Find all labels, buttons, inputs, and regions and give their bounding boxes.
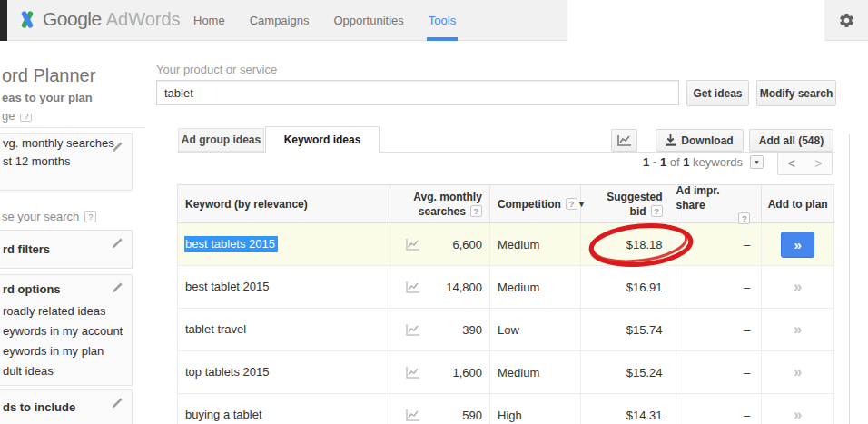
tab-ad-group-ideas[interactable]: Ad group ideas (178, 128, 264, 152)
header-competition[interactable]: Competition? ▼ (490, 185, 581, 222)
date-range-line2: st 12 months (3, 153, 132, 171)
searches-value: 1,600 (452, 366, 482, 380)
add-to-plan-button[interactable]: » (794, 407, 802, 423)
searches-cell: 590 (390, 394, 490, 424)
add-to-plan-cell: » (762, 309, 833, 350)
keyword-cell-text[interactable]: top tablets 2015 (184, 364, 272, 380)
searches-value: 590 (462, 409, 482, 422)
searches-cell: 14,800 (390, 266, 490, 308)
searches-value: 6,600 (452, 238, 482, 251)
table-row: tablet travel 390 Low $15.74 – » (178, 309, 833, 351)
trend-icon[interactable] (406, 366, 420, 379)
keyword-cell-text[interactable]: buying a tablet (184, 407, 265, 423)
searches-value: 14,800 (446, 281, 482, 294)
trend-icon[interactable] (406, 238, 420, 251)
header-add-to-plan: Add to plan (762, 185, 833, 222)
download-label: Download (681, 134, 733, 147)
add-to-plan-button[interactable]: » (794, 279, 802, 295)
add-to-plan-button[interactable]: » (781, 232, 814, 258)
previous-page-button[interactable]: < (778, 153, 805, 174)
gear-icon[interactable] (838, 12, 855, 29)
edit-pencil-icon[interactable] (111, 397, 123, 409)
trend-icon[interactable] (406, 281, 420, 293)
competition-value: Medium (498, 238, 539, 251)
table-row: best tablet 2015 14,800 Medium $16.91 – … (178, 266, 833, 309)
keyword-cell[interactable]: top tablets 2015 (178, 351, 390, 393)
keyword-cell[interactable]: best tablets 2015 (178, 223, 390, 265)
add-to-plan-cell: » (762, 266, 833, 308)
competition-cell: Low (490, 309, 581, 350)
trend-icon[interactable] (406, 409, 420, 421)
keyword-cell-text[interactable]: best tablet 2015 (184, 279, 272, 295)
keyword-ideas-table: Keyword (by relevance) Avg. monthly sear… (177, 184, 834, 424)
modify-search-button[interactable]: Modify search (756, 80, 836, 106)
trend-chart-button[interactable] (611, 129, 637, 152)
sidebar-divider (0, 127, 145, 128)
option-keywords-in-plan: eywords in my plan (3, 341, 132, 361)
competition-value: Medium (498, 281, 539, 294)
nav-item-home[interactable]: Home (193, 0, 225, 41)
suggested-bid-cell: $15.24 (581, 351, 676, 393)
suggested-bid-cell: $18.18 (581, 223, 676, 265)
add-to-plan-button[interactable]: » (794, 364, 802, 380)
adwords-logo-icon (18, 10, 36, 29)
keyword-cell[interactable]: best tablet 2015 (178, 266, 390, 308)
header-keyword[interactable]: Keyword (by relevance) (178, 185, 390, 222)
competition-cell: High (490, 394, 581, 424)
keyword-cell[interactable]: buying a tablet (178, 394, 390, 424)
product-service-input[interactable] (156, 80, 679, 105)
product-service-label: Your product or service (156, 63, 277, 76)
option-keywords-in-account: eywords in my account (3, 321, 132, 341)
keyword-cell-text[interactable]: best tablets 2015 (184, 236, 278, 252)
ad-impr-share-cell: – (676, 266, 763, 308)
header-suggested-bid[interactable]: Suggested bid? (581, 185, 676, 222)
bid-value: $15.74 (626, 323, 663, 337)
add-to-plan-button[interactable]: » (794, 321, 802, 338)
competition-value: Medium (498, 366, 539, 380)
competition-value: Low (498, 323, 519, 337)
nav-item-tools[interactable]: Tools (429, 0, 456, 41)
suggested-bid-cell: $15.74 (581, 309, 676, 350)
bid-value: $14.31 (626, 409, 663, 422)
sidebar-title: ord Planner (2, 65, 95, 86)
add-to-plan-cell: » (762, 223, 833, 265)
keyword-cell[interactable]: tablet travel (178, 309, 390, 350)
ad-impr-share-cell: – (676, 309, 763, 350)
help-icon[interactable]: ? (84, 211, 96, 222)
customize-search-label: se your search ? (2, 210, 96, 223)
header-avg-monthly-searches[interactable]: Avg. monthly searches? (390, 185, 490, 222)
edit-pencil-icon[interactable] (111, 237, 123, 250)
help-icon[interactable]: ? (566, 198, 577, 210)
add-all-button[interactable]: Add all (548) (749, 129, 833, 152)
table-header-row: Keyword (by relevance) Avg. monthly sear… (177, 184, 834, 223)
download-icon (666, 134, 676, 146)
get-ideas-button[interactable]: Get ideas (686, 80, 749, 106)
keyword-cell-text[interactable]: tablet travel (184, 321, 249, 338)
header-ad-impr-share[interactable]: Ad impr. share ? (676, 185, 763, 222)
browser-edge-strip (0, 0, 7, 41)
trend-icon[interactable] (406, 323, 420, 336)
keywords-to-include-card: ds to include (0, 389, 133, 424)
competition-cell: Medium (490, 223, 581, 265)
nav-item-opportunities[interactable]: Opportunities (333, 0, 403, 41)
table-row: buying a tablet 590 High $14.31 – » (178, 394, 833, 424)
help-icon[interactable]: ? (20, 114, 32, 122)
tab-keyword-ideas[interactable]: Keyword ideas (265, 126, 380, 153)
option-broadly-related: roadly related ideas (3, 301, 132, 321)
edit-pencil-icon[interactable] (111, 141, 123, 153)
searches-cell: 6,600 (390, 223, 490, 265)
content-right-rule (849, 134, 850, 424)
page-size-dropdown[interactable]: ▼ (750, 155, 764, 169)
sidebar-clipped-section: ge ? (2, 114, 32, 126)
adwords-logo[interactable]: Google AdWords (18, 8, 181, 30)
download-button[interactable]: Download (656, 129, 744, 152)
edit-pencil-icon[interactable] (111, 281, 123, 294)
adwords-keyword-planner-screen: Google AdWords Home Campaigns Opportunit… (0, 0, 868, 424)
help-icon[interactable]: ? (470, 205, 482, 217)
help-icon[interactable]: ? (651, 205, 663, 217)
next-page-button[interactable]: > (805, 153, 833, 174)
ad-impr-value: – (744, 323, 750, 337)
nav-item-campaigns[interactable]: Campaigns (250, 0, 310, 41)
table-body: best tablets 2015 6,600 Medium $18.18 – … (177, 223, 834, 424)
clipped-section-label: ge (2, 114, 15, 123)
